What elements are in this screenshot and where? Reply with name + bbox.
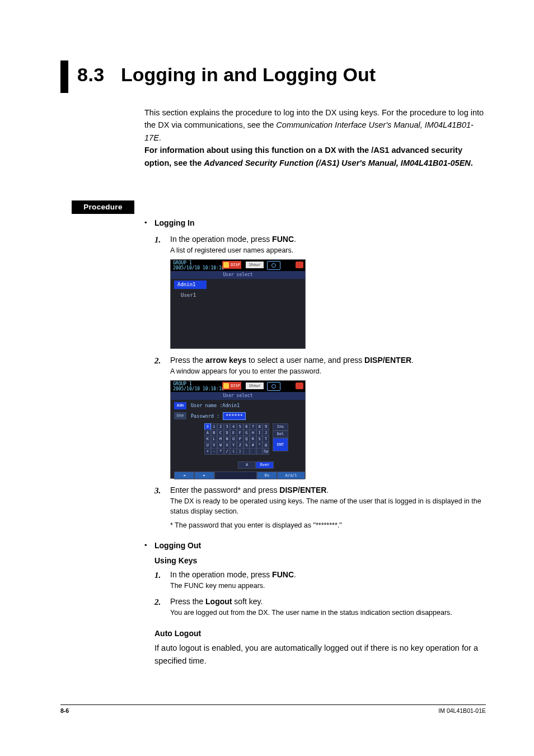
doc-id: IM 04L41B01-01E (438, 707, 486, 714)
key-sp: Sp (263, 448, 269, 455)
bullet-icon-2: • (144, 540, 149, 551)
logout-step2-num: 2. (154, 596, 163, 609)
login-s1a: In the operation mode, press (170, 235, 272, 244)
login-s1-small: A list of registered user names appears. (170, 245, 491, 256)
key-bs: Bs (257, 472, 277, 479)
screenshot-user-select: GROUP 1 2005/10/10 10:10:10 DISP 1hour U… (170, 259, 306, 349)
key-del: Del (273, 431, 288, 438)
key-over: Over (256, 461, 274, 469)
key-a-mode: A (238, 461, 256, 469)
logout-sub1: Using Keys (154, 555, 491, 567)
step-3-num: 3. (154, 484, 163, 497)
key-left: ◄ (174, 472, 194, 479)
screenshot-password: GROUP 1 2005/10/10 10:10:10 DISP 1hour U… (170, 380, 306, 479)
bullet-icon: • (144, 217, 149, 228)
login-s3-note: * The password that you enter is display… (170, 520, 491, 531)
pw-label: Password : (191, 413, 219, 419)
page-footer: 8-6 IM 04L41B01-01E (60, 704, 486, 714)
login-s2a: Press the (170, 356, 205, 365)
key-lp: ( (230, 448, 237, 455)
logout-s2c: soft key. (232, 597, 263, 606)
logout-s2b: Logout (205, 597, 232, 606)
un-label: User name : (191, 403, 222, 408)
scr2-group: GROUP 1 (173, 381, 192, 386)
logout-step1-num: 1. (154, 569, 163, 582)
login-s2-small: A window appears for you to enter the pa… (170, 366, 491, 377)
logout-s1b: FUNC (272, 570, 294, 579)
logout-s1c: . (294, 570, 296, 579)
scr2-bar: User select (171, 392, 305, 400)
login-title: Logging In (154, 217, 195, 229)
key-spacer (214, 472, 257, 479)
login-s1b: FUNC (272, 235, 294, 244)
disp-icon-2 (223, 383, 229, 389)
login-s3b: DISP/ENTER (279, 486, 326, 494)
login-s2b: arrow keys (205, 356, 246, 365)
key-mul: * (217, 448, 224, 455)
key-ins: Ins (273, 423, 288, 431)
heading-bar (60, 60, 68, 93)
pw-value: ****** (223, 412, 246, 421)
scr1-ts: 2005/10/10 10:10:10 (173, 265, 224, 270)
login-s3-small: The DX is ready to be operated using key… (170, 496, 491, 517)
key-div: / (224, 448, 231, 455)
login-s1c: . (294, 235, 296, 244)
span-badge: 1hour (246, 262, 264, 268)
speaker-icon-2 (296, 382, 303, 389)
scr2-ts: 2005/10/10 10:10:10 (173, 386, 224, 391)
login-s2c: to select a user name, and press (246, 356, 364, 365)
intro-p2b: . (471, 158, 473, 167)
scr1-bar: User select (171, 271, 305, 279)
login-s3a: Enter the password* and press (170, 486, 279, 494)
login-s2e: . (411, 356, 414, 365)
disp-icon (223, 262, 229, 268)
key-b48 (256, 448, 263, 455)
logout-s1a: In the operation mode, press (170, 570, 272, 579)
key-b46 (243, 448, 250, 455)
step-2-num: 2. (154, 354, 163, 367)
adm-chip: Adm (174, 402, 186, 409)
key-rp: ) (237, 448, 243, 455)
procedure-label: Procedure (72, 200, 134, 214)
scr1-user: User1 (175, 291, 305, 300)
key-right: ► (194, 472, 214, 479)
step-1-num: 1. (154, 234, 163, 246)
logout-title: Logging Out (154, 540, 201, 552)
intro-p1b: . (159, 133, 161, 142)
logout-sub2: Auto Logout (154, 628, 491, 640)
camera-icon (267, 261, 280, 270)
scr1-admin: Adnin1 (174, 281, 207, 289)
page-number: 8-6 (60, 707, 69, 714)
key-minus: - (211, 448, 218, 455)
heading-number: 8.3 (77, 64, 105, 86)
key-ent: ENT (273, 438, 288, 451)
intro-text: This section explains the procedure to l… (144, 106, 486, 169)
logout-s1-small: The FUNC key menu appears. (170, 581, 491, 591)
logout-s2-small: You are logged out from the DX. The user… (170, 608, 491, 618)
camera-icon-2 (267, 382, 280, 391)
auto-logout-text: If auto logout is enabled, you are autom… (154, 642, 491, 667)
logout-s2a: Press the (170, 597, 205, 606)
speaker-icon (296, 262, 303, 268)
heading-title: Logging in and Logging Out (121, 64, 376, 86)
intro-p2-em: Advanced Security Function (/AS1) User's… (204, 158, 470, 167)
un-value: Adnin1 (222, 403, 240, 408)
scr1-group: GROUP 1 (173, 260, 192, 265)
key-plus: + (204, 448, 211, 455)
span-badge-2: 1hour (246, 382, 264, 389)
key-b47 (250, 448, 256, 455)
use-chip: Use (174, 412, 186, 419)
login-s2d: DISP/ENTER (364, 356, 411, 365)
key-case: A/a/1 (277, 472, 305, 479)
onscreen-keyboard: 0 1 2 3 4 5 6 7 8 9 A B C D E F (204, 423, 269, 454)
login-s3c: . (326, 486, 329, 494)
